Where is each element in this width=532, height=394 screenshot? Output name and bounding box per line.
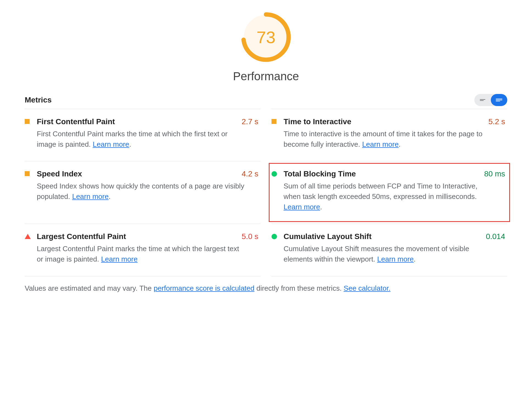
- metric-description: First Contentful Paint marks the time at…: [37, 129, 247, 149]
- status-average-icon: [25, 170, 32, 212]
- learn-more-link[interactable]: Learn more: [72, 192, 109, 201]
- metrics-header-row: Metrics: [25, 94, 507, 106]
- metric-description: Sum of all time periods between FCP and …: [284, 181, 494, 212]
- score-header: 73 Performance: [25, 11, 507, 83]
- see-calculator-link[interactable]: See calculator.: [344, 284, 391, 292]
- metric-cls: Cumulative Layout Shift 0.014 Cumulative…: [271, 224, 507, 276]
- metric-value: 5.0 s: [242, 232, 258, 241]
- metric-title: Total Blocking Time: [284, 170, 356, 178]
- metric-title: Speed Index: [37, 170, 82, 178]
- metric-title: First Contentful Paint: [37, 117, 115, 126]
- lighthouse-performance-panel: 73 Performance Metrics: [0, 0, 532, 306]
- status-good-icon: [271, 232, 279, 264]
- metric-value: 5.2 s: [488, 117, 505, 126]
- learn-more-link[interactable]: Learn more: [101, 255, 138, 263]
- metric-title: Cumulative Layout Shift: [284, 232, 371, 241]
- list-expanded-icon: [496, 98, 502, 102]
- performance-score-value: 73: [240, 11, 292, 63]
- performance-score-calculated-link[interactable]: performance score is calculated: [154, 284, 254, 292]
- metric-description: Largest Contentful Paint marks the time …: [37, 244, 247, 264]
- learn-more-link[interactable]: Learn more: [284, 203, 320, 211]
- metric-tti: Time to Interactive 5.2 s Time to intera…: [271, 109, 507, 161]
- metric-value: 2.7 s: [242, 117, 258, 126]
- metric-description: Time to interactive is the amount of tim…: [284, 129, 494, 149]
- learn-more-link[interactable]: Learn more: [362, 140, 399, 148]
- toggle-compact-view-button[interactable]: [474, 94, 491, 106]
- toggle-expanded-view-button[interactable]: [491, 94, 507, 106]
- metrics-section-title: Metrics: [25, 96, 52, 104]
- metric-value: 4.2 s: [242, 170, 258, 178]
- metric-value: 80 ms: [484, 170, 505, 178]
- metrics-grid: First Contentful Paint 2.7 s First Conte…: [25, 109, 507, 276]
- status-poor-icon: [25, 232, 32, 264]
- metric-si: Speed Index 4.2 s Speed Index shows how …: [25, 161, 261, 224]
- metric-fcp: First Contentful Paint 2.7 s First Conte…: [25, 109, 261, 161]
- metric-value: 0.014: [486, 232, 505, 241]
- status-good-icon: [271, 170, 279, 212]
- metrics-footer-note: Values are estimated and may vary. The p…: [25, 276, 507, 293]
- learn-more-link[interactable]: Learn more: [93, 140, 129, 148]
- status-average-icon: [25, 117, 32, 149]
- metric-description: Cumulative Layout Shift measures the mov…: [284, 244, 494, 264]
- metric-tbt: Total Blocking Time 80 ms Sum of all tim…: [271, 161, 507, 224]
- metric-lcp: Largest Contentful Paint 5.0 s Largest C…: [25, 224, 261, 276]
- metric-title: Largest Contentful Paint: [37, 232, 126, 241]
- learn-more-link[interactable]: Learn more: [377, 255, 414, 263]
- list-compact-icon: [480, 99, 485, 101]
- metric-title: Time to Interactive: [284, 117, 351, 126]
- performance-score-label: Performance: [233, 70, 299, 83]
- status-average-icon: [271, 117, 279, 149]
- performance-gauge: 73: [240, 11, 292, 63]
- metrics-view-toggle: [474, 94, 507, 106]
- metric-description: Speed Index shows how quickly the conten…: [37, 181, 247, 202]
